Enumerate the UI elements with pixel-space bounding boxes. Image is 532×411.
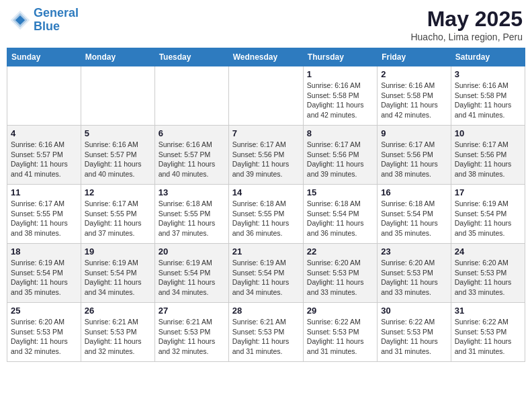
calendar-cell: 14Sunrise: 6:18 AM Sunset: 5:55 PM Dayli… — [228, 185, 303, 244]
day-info: Sunrise: 6:16 AM Sunset: 5:57 PM Dayligh… — [159, 140, 225, 179]
page-header: General Blue May 2025 Huacho, Lima regio… — [7, 7, 525, 42]
calendar-cell — [7, 66, 81, 126]
day-info: Sunrise: 6:20 AM Sunset: 5:53 PM Dayligh… — [381, 258, 447, 298]
calendar-week-row: 18Sunrise: 6:19 AM Sunset: 5:54 PM Dayli… — [7, 244, 525, 303]
day-number: 9 — [381, 128, 447, 138]
calendar-cell: 11Sunrise: 6:17 AM Sunset: 5:55 PM Dayli… — [7, 185, 81, 244]
day-number: 22 — [307, 246, 373, 257]
day-info: Sunrise: 6:17 AM Sunset: 5:55 PM Dayligh… — [11, 199, 77, 238]
logo: General Blue — [9, 7, 79, 34]
day-info: Sunrise: 6:20 AM Sunset: 5:53 PM Dayligh… — [455, 258, 521, 298]
calendar-cell: 26Sunrise: 6:21 AM Sunset: 5:53 PM Dayli… — [81, 303, 154, 362]
day-number: 10 — [455, 128, 521, 138]
weekday-header: Monday — [81, 48, 154, 66]
day-info: Sunrise: 6:18 AM Sunset: 5:55 PM Dayligh… — [159, 199, 225, 238]
day-number: 14 — [232, 187, 300, 197]
logo-icon — [9, 9, 31, 31]
day-info: Sunrise: 6:19 AM Sunset: 5:54 PM Dayligh… — [85, 258, 151, 298]
calendar-cell — [228, 66, 303, 126]
day-number: 8 — [307, 128, 373, 138]
day-number: 23 — [381, 246, 447, 257]
day-info: Sunrise: 6:17 AM Sunset: 5:56 PM Dayligh… — [381, 140, 447, 179]
calendar-cell: 19Sunrise: 6:19 AM Sunset: 5:54 PM Dayli… — [81, 244, 154, 303]
calendar-cell — [81, 66, 154, 126]
title-block: May 2025 Huacho, Lima region, Peru — [410, 7, 523, 42]
day-info: Sunrise: 6:19 AM Sunset: 5:54 PM Dayligh… — [159, 258, 225, 298]
calendar-cell: 20Sunrise: 6:19 AM Sunset: 5:54 PM Dayli… — [154, 244, 228, 303]
calendar-week-row: 1Sunrise: 6:16 AM Sunset: 5:58 PM Daylig… — [7, 66, 525, 126]
calendar-cell: 2Sunrise: 6:16 AM Sunset: 5:58 PM Daylig… — [378, 66, 451, 126]
logo-line2: Blue — [34, 19, 60, 33]
calendar-cell: 25Sunrise: 6:20 AM Sunset: 5:53 PM Dayli… — [7, 303, 81, 362]
day-number: 6 — [159, 128, 225, 138]
day-number: 12 — [85, 187, 151, 197]
calendar-cell: 8Sunrise: 6:17 AM Sunset: 5:56 PM Daylig… — [303, 126, 377, 185]
calendar-cell: 31Sunrise: 6:22 AM Sunset: 5:53 PM Dayli… — [451, 303, 525, 362]
calendar-cell: 1Sunrise: 6:16 AM Sunset: 5:58 PM Daylig… — [303, 66, 377, 126]
month-year: May 2025 — [410, 7, 523, 32]
day-info: Sunrise: 6:16 AM Sunset: 5:58 PM Dayligh… — [455, 81, 521, 120]
day-info: Sunrise: 6:19 AM Sunset: 5:54 PM Dayligh… — [11, 258, 77, 298]
weekday-header: Thursday — [303, 48, 377, 66]
day-info: Sunrise: 6:19 AM Sunset: 5:54 PM Dayligh… — [232, 258, 300, 298]
day-number: 17 — [455, 187, 521, 197]
day-info: Sunrise: 6:17 AM Sunset: 5:56 PM Dayligh… — [307, 140, 373, 179]
calendar-cell: 22Sunrise: 6:20 AM Sunset: 5:53 PM Dayli… — [303, 244, 377, 303]
weekday-header: Wednesday — [228, 48, 303, 66]
day-number: 30 — [381, 306, 447, 316]
weekday-header: Saturday — [451, 48, 525, 66]
day-number: 27 — [159, 306, 225, 316]
calendar-cell: 15Sunrise: 6:18 AM Sunset: 5:54 PM Dayli… — [303, 185, 377, 244]
calendar-header-row: SundayMondayTuesdayWednesdayThursdayFrid… — [7, 48, 525, 66]
calendar-cell: 9Sunrise: 6:17 AM Sunset: 5:56 PM Daylig… — [378, 126, 451, 185]
day-info: Sunrise: 6:18 AM Sunset: 5:55 PM Dayligh… — [232, 199, 300, 238]
day-number: 25 — [11, 306, 77, 316]
day-info: Sunrise: 6:22 AM Sunset: 5:53 PM Dayligh… — [455, 317, 521, 357]
weekday-header: Tuesday — [154, 48, 228, 66]
day-number: 15 — [307, 187, 373, 197]
day-info: Sunrise: 6:19 AM Sunset: 5:54 PM Dayligh… — [455, 199, 521, 238]
day-info: Sunrise: 6:16 AM Sunset: 5:58 PM Dayligh… — [381, 81, 447, 120]
day-number: 26 — [85, 306, 151, 316]
day-info: Sunrise: 6:17 AM Sunset: 5:56 PM Dayligh… — [232, 140, 300, 179]
calendar-cell: 7Sunrise: 6:17 AM Sunset: 5:56 PM Daylig… — [228, 126, 303, 185]
day-info: Sunrise: 6:21 AM Sunset: 5:53 PM Dayligh… — [232, 317, 300, 357]
day-number: 28 — [232, 306, 300, 316]
day-info: Sunrise: 6:22 AM Sunset: 5:53 PM Dayligh… — [381, 317, 447, 357]
day-info: Sunrise: 6:16 AM Sunset: 5:57 PM Dayligh… — [85, 140, 151, 179]
calendar-cell — [154, 66, 228, 126]
calendar-cell: 21Sunrise: 6:19 AM Sunset: 5:54 PM Dayli… — [228, 244, 303, 303]
day-number: 3 — [455, 69, 521, 79]
day-info: Sunrise: 6:21 AM Sunset: 5:53 PM Dayligh… — [85, 317, 151, 357]
day-info: Sunrise: 6:16 AM Sunset: 5:58 PM Dayligh… — [307, 81, 373, 120]
day-info: Sunrise: 6:17 AM Sunset: 5:56 PM Dayligh… — [455, 140, 521, 179]
calendar-cell: 30Sunrise: 6:22 AM Sunset: 5:53 PM Dayli… — [378, 303, 451, 362]
day-info: Sunrise: 6:20 AM Sunset: 5:53 PM Dayligh… — [11, 317, 77, 357]
day-number: 18 — [11, 246, 77, 257]
day-info: Sunrise: 6:20 AM Sunset: 5:53 PM Dayligh… — [307, 258, 373, 298]
calendar-cell: 29Sunrise: 6:22 AM Sunset: 5:53 PM Dayli… — [303, 303, 377, 362]
calendar-cell: 3Sunrise: 6:16 AM Sunset: 5:58 PM Daylig… — [451, 66, 525, 126]
calendar-cell: 23Sunrise: 6:20 AM Sunset: 5:53 PM Dayli… — [378, 244, 451, 303]
location: Huacho, Lima region, Peru — [410, 32, 523, 42]
logo-text: General Blue — [34, 7, 79, 34]
day-info: Sunrise: 6:21 AM Sunset: 5:53 PM Dayligh… — [159, 317, 225, 357]
day-number: 31 — [455, 306, 521, 316]
day-number: 4 — [11, 128, 77, 138]
calendar-week-row: 4Sunrise: 6:16 AM Sunset: 5:57 PM Daylig… — [7, 126, 525, 185]
calendar-table: SundayMondayTuesdayWednesdayThursdayFrid… — [7, 48, 525, 362]
day-number: 20 — [159, 246, 225, 257]
calendar-week-row: 11Sunrise: 6:17 AM Sunset: 5:55 PM Dayli… — [7, 185, 525, 244]
calendar-cell: 12Sunrise: 6:17 AM Sunset: 5:55 PM Dayli… — [81, 185, 154, 244]
day-number: 19 — [85, 246, 151, 257]
calendar-cell: 17Sunrise: 6:19 AM Sunset: 5:54 PM Dayli… — [451, 185, 525, 244]
calendar-cell: 24Sunrise: 6:20 AM Sunset: 5:53 PM Dayli… — [451, 244, 525, 303]
day-number: 7 — [232, 128, 300, 138]
day-info: Sunrise: 6:16 AM Sunset: 5:57 PM Dayligh… — [11, 140, 77, 179]
day-info: Sunrise: 6:22 AM Sunset: 5:53 PM Dayligh… — [307, 317, 373, 357]
calendar-cell: 27Sunrise: 6:21 AM Sunset: 5:53 PM Dayli… — [154, 303, 228, 362]
calendar-cell: 4Sunrise: 6:16 AM Sunset: 5:57 PM Daylig… — [7, 126, 81, 185]
day-info: Sunrise: 6:18 AM Sunset: 5:54 PM Dayligh… — [381, 199, 447, 238]
calendar-cell: 16Sunrise: 6:18 AM Sunset: 5:54 PM Dayli… — [378, 185, 451, 244]
weekday-header: Friday — [378, 48, 451, 66]
